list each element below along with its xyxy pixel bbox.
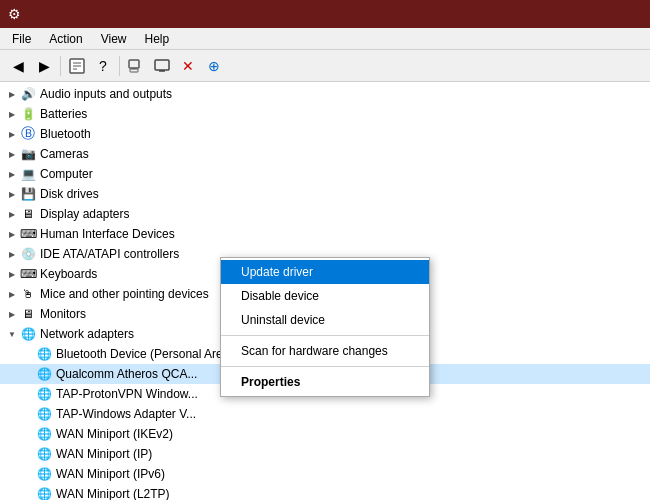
context-menu-item-update-driver[interactable]: Update driver bbox=[221, 260, 429, 284]
tree-label-bluetooth: Bluetooth bbox=[40, 127, 91, 141]
menu-item-action[interactable]: Action bbox=[41, 30, 90, 48]
tree-item-displayadapters[interactable]: ▶🖥Display adapters bbox=[0, 204, 650, 224]
tree-label-hid: Human Interface Devices bbox=[40, 227, 175, 241]
context-menu-sep-sep1 bbox=[221, 335, 429, 336]
expand-icon-cameras[interactable]: ▶ bbox=[4, 146, 20, 162]
tree-label-ide: IDE ATA/ATAPI controllers bbox=[40, 247, 179, 261]
expand-icon-ide[interactable]: ▶ bbox=[4, 246, 20, 262]
node-icon-tap-proton: 🌐 bbox=[36, 386, 52, 402]
toolbar-sep-2 bbox=[119, 56, 120, 76]
tree-label-keyboards: Keyboards bbox=[40, 267, 97, 281]
expand-icon-tap-windows[interactable] bbox=[20, 406, 36, 422]
expand-icon-qualcomm[interactable] bbox=[20, 366, 36, 382]
svg-rect-5 bbox=[130, 69, 138, 72]
monitor-button[interactable] bbox=[150, 54, 174, 78]
properties-button[interactable] bbox=[65, 54, 89, 78]
menu-item-file[interactable]: File bbox=[4, 30, 39, 48]
expand-icon-bt-pan[interactable] bbox=[20, 346, 36, 362]
expand-icon-tap-proton[interactable] bbox=[20, 386, 36, 402]
tree-item-tap-windows[interactable]: 🌐TAP-Windows Adapter V... bbox=[0, 404, 650, 424]
tree-label-wan-ip: WAN Miniport (IP) bbox=[56, 447, 152, 461]
expand-icon-displayadapters[interactable]: ▶ bbox=[4, 206, 20, 222]
expand-icon-audio[interactable]: ▶ bbox=[4, 86, 20, 102]
tree-item-computer[interactable]: ▶💻Computer bbox=[0, 164, 650, 184]
node-icon-bluetooth: Ⓑ bbox=[20, 126, 36, 142]
context-menu-item-scan-changes[interactable]: Scan for hardware changes bbox=[221, 339, 429, 363]
node-icon-ide: 💿 bbox=[20, 246, 36, 262]
tree-label-networkadapters: Network adapters bbox=[40, 327, 134, 341]
title-bar: ⚙ bbox=[0, 0, 650, 28]
expand-icon-batteries[interactable]: ▶ bbox=[4, 106, 20, 122]
menu-item-help[interactable]: Help bbox=[137, 30, 178, 48]
expand-icon-networkadapters[interactable]: ▼ bbox=[4, 326, 20, 342]
tree-item-wan-ipv6[interactable]: 🌐WAN Miniport (IPv6) bbox=[0, 464, 650, 484]
tree-item-wan-ip[interactable]: 🌐WAN Miniport (IP) bbox=[0, 444, 650, 464]
tree-label-wan-ikev2: WAN Miniport (IKEv2) bbox=[56, 427, 173, 441]
menu-bar: FileActionViewHelp bbox=[0, 28, 650, 50]
tree-label-tap-windows: TAP-Windows Adapter V... bbox=[56, 407, 196, 421]
tree-label-qualcomm: Qualcomm Atheros QCA... bbox=[56, 367, 197, 381]
node-icon-computer: 💻 bbox=[20, 166, 36, 182]
tree-label-monitors: Monitors bbox=[40, 307, 86, 321]
tree-item-bluetooth[interactable]: ▶ⒷBluetooth bbox=[0, 124, 650, 144]
toolbar-sep-1 bbox=[60, 56, 61, 76]
tree-item-wan-ikev2[interactable]: 🌐WAN Miniport (IKEv2) bbox=[0, 424, 650, 444]
node-icon-mice: 🖱 bbox=[20, 286, 36, 302]
node-icon-cameras: 📷 bbox=[20, 146, 36, 162]
tree-label-computer: Computer bbox=[40, 167, 93, 181]
node-icon-tap-windows: 🌐 bbox=[36, 406, 52, 422]
back-button[interactable]: ◀ bbox=[6, 54, 30, 78]
expand-icon-wan-ikev2[interactable] bbox=[20, 426, 36, 442]
tree-label-diskdrives: Disk drives bbox=[40, 187, 99, 201]
expand-icon-wan-l2tp[interactable] bbox=[20, 486, 36, 500]
tree-label-tap-proton: TAP-ProtonVPN Window... bbox=[56, 387, 198, 401]
node-icon-wan-ip: 🌐 bbox=[36, 446, 52, 462]
tree-label-batteries: Batteries bbox=[40, 107, 87, 121]
tree-item-hid[interactable]: ▶⌨Human Interface Devices bbox=[0, 224, 650, 244]
node-icon-bt-pan: 🌐 bbox=[36, 346, 52, 362]
main-content: ▶🔊Audio inputs and outputs▶🔋Batteries▶ⒷB… bbox=[0, 82, 650, 500]
svg-rect-4 bbox=[129, 60, 139, 68]
node-icon-wan-l2tp: 🌐 bbox=[36, 486, 52, 500]
tree-item-wan-l2tp[interactable]: 🌐WAN Miniport (L2TP) bbox=[0, 484, 650, 500]
expand-icon-monitors[interactable]: ▶ bbox=[4, 306, 20, 322]
tree-label-wan-ipv6: WAN Miniport (IPv6) bbox=[56, 467, 165, 481]
tree-item-diskdrives[interactable]: ▶💾Disk drives bbox=[0, 184, 650, 204]
add-button[interactable]: ⊕ bbox=[202, 54, 226, 78]
node-icon-hid: ⌨ bbox=[20, 226, 36, 242]
expand-icon-wan-ip[interactable] bbox=[20, 446, 36, 462]
tree-item-cameras[interactable]: ▶📷Cameras bbox=[0, 144, 650, 164]
node-icon-monitors: 🖥 bbox=[20, 306, 36, 322]
node-icon-qualcomm: 🌐 bbox=[36, 366, 52, 382]
expand-icon-mice[interactable]: ▶ bbox=[4, 286, 20, 302]
tree-label-cameras: Cameras bbox=[40, 147, 89, 161]
svg-rect-7 bbox=[155, 60, 169, 70]
node-icon-keyboards: ⌨ bbox=[20, 266, 36, 282]
forward-button[interactable]: ▶ bbox=[32, 54, 56, 78]
context-menu-item-properties[interactable]: Properties bbox=[221, 370, 429, 394]
context-menu-item-uninstall-device[interactable]: Uninstall device bbox=[221, 308, 429, 332]
expand-icon-hid[interactable]: ▶ bbox=[4, 226, 20, 242]
expand-icon-keyboards[interactable]: ▶ bbox=[4, 266, 20, 282]
scan-button[interactable] bbox=[124, 54, 148, 78]
tree-label-displayadapters: Display adapters bbox=[40, 207, 129, 221]
node-icon-wan-ipv6: 🌐 bbox=[36, 466, 52, 482]
expand-icon-bluetooth[interactable]: ▶ bbox=[4, 126, 20, 142]
expand-icon-computer[interactable]: ▶ bbox=[4, 166, 20, 182]
context-menu: Update driverDisable deviceUninstall dev… bbox=[220, 257, 430, 397]
remove-button[interactable]: ✕ bbox=[176, 54, 200, 78]
node-icon-displayadapters: 🖥 bbox=[20, 206, 36, 222]
help-button[interactable]: ? bbox=[91, 54, 115, 78]
app-icon: ⚙ bbox=[8, 6, 21, 22]
expand-icon-diskdrives[interactable]: ▶ bbox=[4, 186, 20, 202]
tree-label-mice: Mice and other pointing devices bbox=[40, 287, 209, 301]
context-menu-sep-sep2 bbox=[221, 366, 429, 367]
context-menu-item-disable-device[interactable]: Disable device bbox=[221, 284, 429, 308]
menu-item-view[interactable]: View bbox=[93, 30, 135, 48]
tree-label-audio: Audio inputs and outputs bbox=[40, 87, 172, 101]
tree-item-batteries[interactable]: ▶🔋Batteries bbox=[0, 104, 650, 124]
node-icon-audio: 🔊 bbox=[20, 86, 36, 102]
tree-item-audio[interactable]: ▶🔊Audio inputs and outputs bbox=[0, 84, 650, 104]
node-icon-batteries: 🔋 bbox=[20, 106, 36, 122]
expand-icon-wan-ipv6[interactable] bbox=[20, 466, 36, 482]
